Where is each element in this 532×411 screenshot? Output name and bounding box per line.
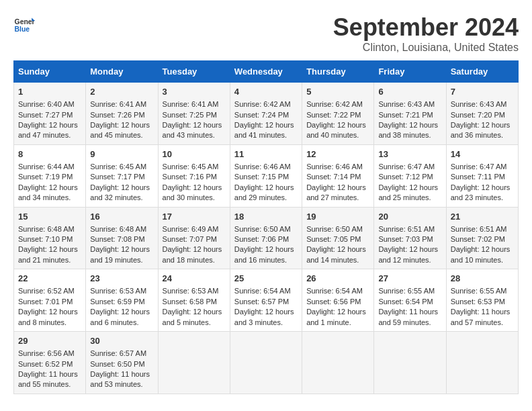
sunset-text: Sunset: 7:02 PM: [451, 234, 514, 244]
week-row-1: 1Sunrise: 6:40 AMSunset: 7:27 PMDaylight…: [14, 83, 519, 145]
week-row-3: 15Sunrise: 6:48 AMSunset: 7:10 PMDayligh…: [14, 207, 519, 269]
calendar-cell: 19Sunrise: 6:50 AMSunset: 7:05 PMDayligh…: [302, 207, 374, 269]
calendar-cell: 21Sunrise: 6:51 AMSunset: 7:02 PMDayligh…: [446, 207, 518, 269]
sunrise-text: Sunrise: 6:43 AM: [451, 99, 514, 109]
sunset-text: Sunset: 6:56 PM: [306, 297, 369, 307]
day-number: 5: [306, 86, 369, 98]
sunrise-text: Sunrise: 6:55 AM: [378, 286, 441, 296]
sunrise-text: Sunrise: 6:53 AM: [163, 286, 226, 296]
calendar-cell: 17Sunrise: 6:49 AMSunset: 7:07 PMDayligh…: [158, 207, 230, 269]
daylight-text: Daylight: 12 hours and 1 minute.: [306, 307, 369, 328]
sunrise-text: Sunrise: 6:47 AM: [451, 162, 514, 172]
sunrise-text: Sunrise: 6:48 AM: [18, 224, 81, 234]
location: Clinton, Louisiana, United States: [333, 42, 519, 54]
daylight-text: Daylight: 12 hours and 8 minutes.: [18, 307, 81, 328]
day-number: 17: [163, 211, 226, 223]
sunrise-text: Sunrise: 6:43 AM: [378, 99, 441, 109]
daylight-text: Daylight: 12 hours and 43 minutes.: [163, 120, 226, 141]
sunrise-text: Sunrise: 6:54 AM: [306, 286, 369, 296]
calendar-cell: 25Sunrise: 6:54 AMSunset: 6:57 PMDayligh…: [230, 269, 302, 332]
day-number: 18: [234, 211, 298, 223]
calendar-cell: 8Sunrise: 6:44 AMSunset: 7:19 PMDaylight…: [14, 144, 86, 207]
day-number: 24: [163, 273, 226, 285]
sunset-text: Sunset: 7:14 PM: [306, 172, 369, 182]
daylight-text: Daylight: 12 hours and 41 minutes.: [234, 120, 298, 141]
calendar-cell: 12Sunrise: 6:46 AMSunset: 7:14 PMDayligh…: [302, 144, 374, 207]
sunset-text: Sunset: 7:19 PM: [18, 172, 81, 182]
sunset-text: Sunset: 6:58 PM: [163, 297, 226, 307]
daylight-text: Daylight: 11 hours and 55 minutes.: [18, 369, 81, 390]
day-number: 22: [18, 273, 81, 285]
calendar-cell: 11Sunrise: 6:46 AMSunset: 7:15 PMDayligh…: [230, 144, 302, 207]
calendar-cell: 15Sunrise: 6:48 AMSunset: 7:10 PMDayligh…: [14, 207, 86, 269]
sunrise-text: Sunrise: 6:50 AM: [234, 224, 298, 234]
day-number: 16: [90, 211, 153, 223]
sunrise-text: Sunrise: 6:41 AM: [163, 99, 226, 109]
calendar-cell: [374, 332, 446, 394]
sunset-text: Sunset: 6:57 PM: [234, 297, 298, 307]
calendar-cell: [230, 332, 302, 394]
week-row-5: 29Sunrise: 6:56 AMSunset: 6:52 PMDayligh…: [14, 332, 519, 394]
day-number: 27: [378, 273, 441, 285]
calendar-cell: 27Sunrise: 6:55 AMSunset: 6:54 PMDayligh…: [374, 269, 446, 332]
sunset-text: Sunset: 7:26 PM: [90, 110, 153, 120]
sunset-text: Sunset: 6:53 PM: [451, 297, 514, 307]
daylight-text: Daylight: 12 hours and 3 minutes.: [234, 307, 298, 328]
daylight-text: Daylight: 12 hours and 32 minutes.: [90, 183, 153, 203]
daylight-text: Daylight: 12 hours and 14 minutes.: [306, 244, 369, 265]
calendar-cell: 20Sunrise: 6:51 AMSunset: 7:03 PMDayligh…: [374, 207, 446, 269]
calendar-cell: 2Sunrise: 6:41 AMSunset: 7:26 PMDaylight…: [86, 83, 158, 145]
sunrise-text: Sunrise: 6:40 AM: [18, 99, 81, 109]
calendar-cell: 10Sunrise: 6:45 AMSunset: 7:16 PMDayligh…: [158, 144, 230, 207]
day-number: 15: [18, 211, 81, 223]
sunrise-text: Sunrise: 6:45 AM: [90, 162, 153, 172]
day-number: 26: [306, 273, 369, 285]
daylight-text: Daylight: 11 hours and 59 minutes.: [378, 307, 441, 328]
sunrise-text: Sunrise: 6:50 AM: [306, 224, 369, 234]
sunrise-text: Sunrise: 6:55 AM: [451, 286, 514, 296]
days-header-row: SundayMondayTuesdayWednesdayThursdayFrid…: [14, 61, 519, 83]
calendar-table: SundayMondayTuesdayWednesdayThursdayFrid…: [13, 60, 519, 394]
sunset-text: Sunset: 6:50 PM: [90, 359, 153, 369]
calendar-cell: 16Sunrise: 6:48 AMSunset: 7:08 PMDayligh…: [86, 207, 158, 269]
calendar-cell: 1Sunrise: 6:40 AMSunset: 7:27 PMDaylight…: [14, 83, 86, 145]
logo-icon: General Blue: [13, 13, 35, 35]
day-number: 4: [234, 86, 298, 98]
day-header-sunday: Sunday: [14, 61, 86, 83]
daylight-text: Daylight: 12 hours and 34 minutes.: [18, 183, 81, 203]
day-header-monday: Monday: [86, 61, 158, 83]
calendar-cell: 29Sunrise: 6:56 AMSunset: 6:52 PMDayligh…: [14, 332, 86, 394]
day-number: 29: [18, 335, 81, 347]
day-number: 7: [451, 86, 514, 98]
day-number: 1: [18, 86, 81, 98]
sunset-text: Sunset: 7:08 PM: [90, 234, 153, 244]
title-area: September 2024 Clinton, Louisiana, Unite…: [333, 13, 519, 54]
daylight-text: Daylight: 12 hours and 38 minutes.: [378, 120, 441, 141]
sunset-text: Sunset: 7:17 PM: [90, 172, 153, 182]
sunrise-text: Sunrise: 6:57 AM: [90, 349, 153, 359]
daylight-text: Daylight: 11 hours and 53 minutes.: [90, 369, 153, 390]
calendar-cell: 9Sunrise: 6:45 AMSunset: 7:17 PMDaylight…: [86, 144, 158, 207]
day-number: 11: [234, 148, 298, 161]
sunrise-text: Sunrise: 6:41 AM: [90, 99, 153, 109]
day-header-thursday: Thursday: [302, 61, 374, 83]
sunrise-text: Sunrise: 6:42 AM: [234, 99, 298, 109]
daylight-text: Daylight: 12 hours and 40 minutes.: [306, 120, 369, 141]
day-number: 30: [90, 335, 153, 347]
sunrise-text: Sunrise: 6:53 AM: [90, 286, 153, 296]
sunset-text: Sunset: 7:06 PM: [234, 234, 298, 244]
daylight-text: Daylight: 12 hours and 16 minutes.: [234, 244, 298, 265]
sunrise-text: Sunrise: 6:51 AM: [451, 224, 514, 234]
sunset-text: Sunset: 6:59 PM: [90, 297, 153, 307]
sunset-text: Sunset: 6:54 PM: [378, 297, 441, 307]
day-number: 10: [163, 148, 226, 161]
day-number: 3: [163, 86, 226, 98]
calendar-cell: [446, 332, 518, 394]
sunset-text: Sunset: 7:07 PM: [163, 234, 226, 244]
calendar-cell: 4Sunrise: 6:42 AMSunset: 7:24 PMDaylight…: [230, 83, 302, 145]
day-number: 12: [306, 148, 369, 161]
sunrise-text: Sunrise: 6:51 AM: [378, 224, 441, 234]
daylight-text: Daylight: 12 hours and 25 minutes.: [378, 183, 441, 203]
calendar-cell: 6Sunrise: 6:43 AMSunset: 7:21 PMDaylight…: [374, 83, 446, 145]
sunset-text: Sunset: 7:15 PM: [234, 172, 298, 182]
